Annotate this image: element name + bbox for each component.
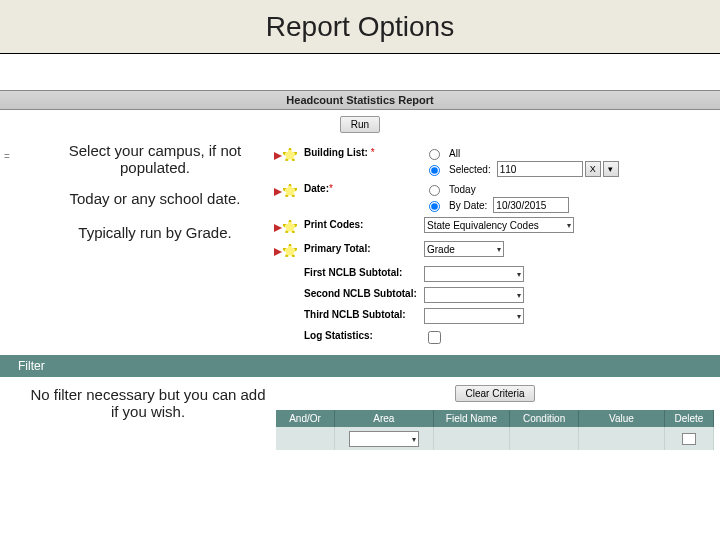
delete-row-button[interactable] bbox=[682, 433, 696, 445]
filter-table: And/Or Area Field Name Condition Value D… bbox=[276, 410, 714, 450]
col-value: Value bbox=[578, 410, 664, 427]
filter-bar-label: Filter bbox=[18, 359, 45, 373]
building-select-combo: X ▾ bbox=[497, 161, 619, 177]
radio-date-today[interactable] bbox=[429, 185, 440, 196]
primary-total-value: Grade bbox=[427, 244, 455, 255]
col-andor: And/Or bbox=[276, 410, 335, 427]
panel-header: Headcount Statistics Report bbox=[0, 90, 720, 110]
annotation-date: Today or any school date. bbox=[40, 191, 270, 221]
filter-section: No filter necessary but you can add if y… bbox=[0, 377, 720, 450]
panel-title: Headcount Statistics Report bbox=[286, 94, 433, 106]
log-statistics-checkbox[interactable] bbox=[428, 331, 441, 344]
chevron-down-icon: ▾ bbox=[497, 245, 501, 254]
building-selected-input[interactable] bbox=[497, 161, 583, 177]
filter-annot-col: No filter necessary but you can add if y… bbox=[0, 377, 276, 450]
row-third-nclb: Third NCLB Subtotal: ▾ bbox=[276, 305, 720, 326]
cell-condition bbox=[510, 427, 579, 450]
radio-building-all[interactable] bbox=[429, 149, 440, 160]
spacer bbox=[0, 54, 720, 90]
second-nclb-dropdown[interactable]: ▾ bbox=[424, 287, 524, 303]
cell-area: ▾ bbox=[335, 427, 433, 450]
col-area: Area bbox=[335, 410, 433, 427]
chevron-down-icon: ▾ bbox=[412, 435, 416, 444]
form-column: Building List: * All Selected: X ▾ bbox=[276, 143, 720, 349]
annotation-campus: Select your campus, if not populated. bbox=[40, 143, 270, 189]
collapse-handle[interactable]: = bbox=[0, 143, 14, 349]
print-codes-dropdown[interactable]: State Equivalency Codes ▾ bbox=[424, 217, 574, 233]
label-building-list: Building List: * bbox=[304, 145, 424, 158]
cell-andor bbox=[276, 427, 335, 450]
print-codes-value: State Equivalency Codes bbox=[427, 220, 539, 231]
clear-criteria-button[interactable]: Clear Criteria bbox=[455, 385, 536, 402]
label-first-nclb: First NCLB Subtotal: bbox=[304, 265, 424, 278]
label-date: Date:* bbox=[304, 181, 424, 194]
starburst-icon bbox=[280, 217, 300, 237]
slide-title-bar: Report Options bbox=[0, 0, 720, 54]
label-building-all: All bbox=[449, 148, 460, 159]
label-primary-total: Primary Total: bbox=[304, 241, 424, 254]
run-row: Run bbox=[0, 110, 720, 143]
area-dropdown[interactable]: ▾ bbox=[349, 431, 419, 447]
row-second-nclb: Second NCLB Subtotal: ▾ bbox=[276, 284, 720, 305]
row-primary-total: Primary Total: Grade ▾ bbox=[276, 239, 720, 263]
chevron-down-icon: ▾ bbox=[517, 312, 521, 321]
starburst-icon bbox=[280, 181, 300, 201]
row-date: Date:* Today By Date: bbox=[276, 179, 720, 215]
col-delete: Delete bbox=[664, 410, 713, 427]
chevron-down-icon: ▾ bbox=[517, 270, 521, 279]
cell-value bbox=[578, 427, 664, 450]
run-button[interactable]: Run bbox=[340, 116, 380, 133]
row-log-statistics: Log Statistics: bbox=[276, 326, 720, 349]
col-field: Field Name bbox=[433, 410, 510, 427]
slide-title: Report Options bbox=[266, 11, 454, 43]
filter-right: Clear Criteria And/Or Area Field Name Co… bbox=[276, 377, 720, 450]
clear-selected-button[interactable]: X bbox=[585, 161, 601, 177]
row-building-list: Building List: * All Selected: X ▾ bbox=[276, 143, 720, 179]
cell-field bbox=[433, 427, 510, 450]
primary-total-dropdown[interactable]: Grade ▾ bbox=[424, 241, 504, 257]
row-first-nclb: First NCLB Subtotal: ▾ bbox=[276, 263, 720, 284]
annotation-grade: Typically run by Grade. bbox=[40, 225, 270, 255]
cell-delete bbox=[664, 427, 713, 450]
col-condition: Condition bbox=[510, 410, 579, 427]
form-content: = Select your campus, if not populated. … bbox=[0, 143, 720, 349]
date-input[interactable] bbox=[493, 197, 569, 213]
label-log-statistics: Log Statistics: bbox=[304, 328, 424, 341]
starburst-icon bbox=[280, 145, 300, 165]
chevron-down-icon: ▾ bbox=[517, 291, 521, 300]
radio-building-selected[interactable] bbox=[429, 165, 440, 176]
chevron-down-icon: ▾ bbox=[567, 221, 571, 230]
annotation-filter: No filter necessary but you can add if y… bbox=[26, 387, 270, 420]
label-building-selected: Selected: bbox=[449, 164, 491, 175]
filter-row: ▾ bbox=[276, 427, 714, 450]
label-date-today: Today bbox=[449, 184, 476, 195]
filter-bar: Filter bbox=[0, 355, 720, 377]
label-third-nclb: Third NCLB Subtotal: bbox=[304, 307, 424, 320]
label-print-codes: Print Codes: bbox=[304, 217, 424, 230]
lookup-building-button[interactable]: ▾ bbox=[603, 161, 619, 177]
label-second-nclb: Second NCLB Subtotal: bbox=[304, 286, 424, 299]
annotation-column: Select your campus, if not populated. To… bbox=[14, 143, 276, 349]
starburst-icon bbox=[280, 241, 300, 261]
radio-date-bydate[interactable] bbox=[429, 201, 440, 212]
third-nclb-dropdown[interactable]: ▾ bbox=[424, 308, 524, 324]
row-print-codes: Print Codes: State Equivalency Codes ▾ bbox=[276, 215, 720, 239]
first-nclb-dropdown[interactable]: ▾ bbox=[424, 266, 524, 282]
label-date-bydate: By Date: bbox=[449, 200, 487, 211]
filter-header-row: And/Or Area Field Name Condition Value D… bbox=[276, 410, 714, 427]
